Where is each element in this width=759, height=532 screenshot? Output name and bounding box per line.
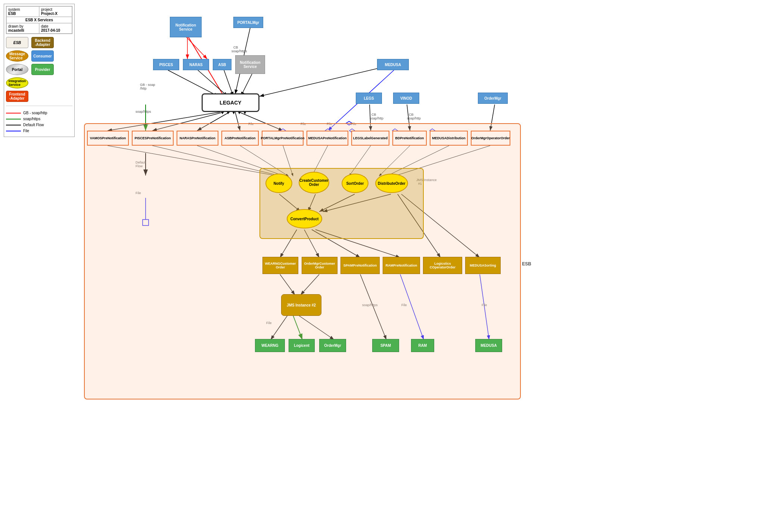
convert-product-label: ConvertProduct — [290, 217, 319, 221]
red-arrow-label: GB - soap/http — [23, 111, 47, 115]
order-mgr-customer-label: OrderMgrCustomer Order — [304, 262, 335, 269]
svg-line-22 — [198, 70, 228, 96]
convert-product-node: ConvertProduct — [287, 209, 322, 228]
legend-integration-box: IntegrationService — [6, 77, 28, 88]
bd-pre-label: BDPreNotification — [395, 136, 424, 140]
portal-mgr-top-node: PORTALMgr — [233, 17, 263, 28]
svg-text:soap/https: soap/https — [136, 110, 151, 113]
portal-pre-node: PORTALMgrPreNotification — [262, 131, 304, 146]
wearng-customer-label: WEARNGCustomer Order — [265, 262, 296, 269]
asb-pre-node: ASBPreNotification — [221, 131, 259, 146]
logistics-node: Logicstics COperatorOrder — [423, 257, 462, 274]
logistics-label: Logicstics COperatorOrder — [426, 262, 460, 269]
legs-label-label: LEGSLabelGenerated — [353, 136, 388, 140]
svg-text:soap/http: soap/http — [407, 116, 421, 120]
svg-text:CB: CB — [409, 113, 414, 116]
legend-arrow-blue: File — [6, 129, 72, 133]
notification-service-top-node: Notification Service — [170, 17, 202, 37]
legend-arrows: GB - soap/http soap/https Default Flow F… — [6, 106, 72, 133]
wearng-bot-node: WEARNG — [255, 339, 285, 352]
order-mgr-top-label: OrderMgr — [484, 96, 501, 100]
svg-text:GB - soap: GB - soap — [140, 83, 155, 87]
asb-node: ASB — [213, 59, 231, 70]
create-customer-order-node: CreateCustomer Order — [299, 172, 329, 193]
pisces-pre-node: PISCESPreNotification — [132, 131, 174, 146]
notification-service-mid-node: Notification Service — [235, 55, 265, 74]
logicent-node: Logicent — [289, 339, 315, 352]
wearng-bot-label: WEARNG — [261, 343, 279, 348]
wearng-customer-node: WEARNGCustomer Order — [262, 257, 298, 274]
asb-pre-label: ASBPreNotification — [224, 136, 255, 140]
portal-pre-label: PORTALMgrPreNotification — [261, 136, 305, 140]
legend-header: systemESB projectProject-X ESB X Service… — [6, 6, 72, 34]
legend-integration-row: IntegrationService — [6, 77, 72, 88]
ram-pre-node: RAMPreNotification — [383, 257, 420, 274]
legend-items: ESB Backend-Adapter MessageService Consu… — [6, 37, 72, 102]
ram-bot-node: RAM — [411, 339, 434, 352]
svg-text:CB: CB — [233, 46, 238, 49]
svg-line-24 — [241, 74, 252, 96]
vamos-pre-node: VAMOSPreNotification — [87, 131, 129, 146]
order-mgr-bot-node: OrderMgr — [319, 339, 346, 352]
legend-panel: systemESB projectProject-X ESB X Service… — [4, 4, 75, 137]
blue-arrow-label: File — [23, 129, 29, 133]
svg-text:/http: /http — [140, 87, 147, 90]
diagram-area: GB - soap /http soap/https Default Flow … — [80, 4, 752, 526]
legend-frontend-box: Frontend-Adapter — [6, 91, 28, 102]
legs-label: LEGS — [364, 96, 374, 100]
medusa-bot-node: MEDUSA — [475, 339, 502, 352]
legs-label-node: LEGSLabelGenerated — [351, 131, 389, 146]
notify-label: Notify — [274, 181, 284, 186]
legend-arrow-black: Default Flow — [6, 123, 72, 127]
black-arrow-label: Default Flow — [23, 123, 44, 127]
legend-provider-box: Provider — [31, 64, 54, 75]
notify-node: Notify — [265, 174, 292, 193]
black-arrow-line — [6, 125, 21, 125]
esb-label: ESB — [522, 261, 531, 267]
vinod-label: VINOD — [400, 96, 412, 100]
logicent-label: Logicent — [294, 343, 309, 348]
legend-arrow-green: soap/https — [6, 117, 72, 121]
jms2-node: JMS Instance #2 — [281, 294, 321, 316]
medusa-dist-label: MEDUSADistribution — [432, 136, 466, 140]
svg-text:CB: CB — [371, 113, 376, 116]
legend-backend-box: Backend-Adapter — [31, 37, 54, 48]
sort-order-node: SortOrder — [342, 174, 368, 193]
order-mgr-op-node: OrderMgrOperatorOrder — [471, 131, 510, 146]
medusa-bot-label: MEDUSA — [480, 343, 497, 348]
legend-portal-box: Portal — [6, 64, 28, 75]
legend-esb-row: ESB Backend-Adapter — [6, 37, 72, 48]
legend-esb-box: ESB — [6, 37, 28, 48]
spam-bot-label: SPAM — [380, 343, 391, 348]
naras-node: NARAS — [183, 59, 209, 70]
medusa-sorting-label: MEDUSASorting — [470, 264, 496, 267]
svg-text:soap/https: soap/https — [231, 49, 247, 53]
ram-bot-label: RAM — [419, 343, 427, 348]
jms2-label: JMS Instance #2 — [287, 303, 316, 307]
sort-order-label: SortOrder — [346, 181, 364, 186]
legend-frontend-row: Frontend-Adapter — [6, 91, 72, 102]
legend-portal-row: Portal Provider — [6, 64, 72, 75]
medusa-pre-node: MEDUSAPreNotification — [307, 131, 348, 146]
medusa-sorting-node: MEDUSASorting — [465, 257, 501, 274]
spam-pre-label: SPAMPreNotification — [343, 264, 377, 267]
order-mgr-bot-label: OrderMgr — [324, 343, 341, 348]
spam-bot-node: SPAM — [372, 339, 399, 352]
notification-service-top-label: Notification Service — [172, 23, 199, 31]
create-customer-order-label: CreateCustomer Order — [299, 178, 329, 187]
medusa-dist-node: MEDUSADistribution — [430, 131, 468, 146]
svg-text:soap/http: soap/http — [370, 116, 383, 120]
medusa-top-node: MEDUSA — [377, 59, 409, 70]
order-mgr-top-node: OrderMgr — [478, 93, 508, 104]
naras-pre-label: NARASPreNotification — [180, 136, 215, 140]
portal-mgr-top-label: PORTALMgr — [237, 21, 259, 25]
vamos-pre-label: VAMOSPreNotification — [90, 136, 126, 140]
svg-line-23 — [224, 70, 233, 96]
legend-message-row: MessageService Consumer — [6, 50, 72, 62]
drawn-by-label: drawn bymcastelli — [6, 23, 39, 34]
vinod-node: VINOD — [393, 93, 419, 104]
pisces-pre-label: PISCESPreNotification — [134, 136, 171, 140]
legacy-label: LEGACY — [220, 100, 241, 106]
svg-line-25 — [259, 65, 394, 96]
naras-label: NARAS — [189, 63, 203, 67]
